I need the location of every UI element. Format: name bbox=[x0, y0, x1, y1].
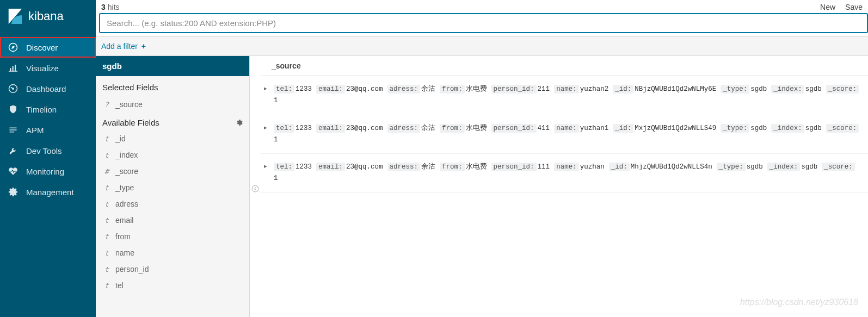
nav-item-label: Dev Tools bbox=[26, 146, 62, 156]
gear-icon[interactable] bbox=[236, 119, 243, 126]
kv-value: sgdb bbox=[805, 85, 822, 93]
kv-key: person_id: bbox=[491, 163, 537, 171]
field-item[interactable]: tperson_id bbox=[96, 261, 249, 277]
field-name: tel bbox=[115, 281, 124, 290]
kv-value: 1233 bbox=[296, 125, 312, 132]
kv-key: _index: bbox=[771, 85, 804, 94]
field-type-icon: t bbox=[102, 135, 111, 143]
add-filter-button[interactable]: Add a filter + bbox=[101, 42, 146, 51]
kv-value: sgdb bbox=[750, 85, 767, 93]
nav-item-dashboard[interactable]: Dashboard bbox=[0, 78, 96, 99]
field-item[interactable]: ttel bbox=[96, 277, 249, 294]
field-item[interactable]: ?_source bbox=[96, 96, 249, 113]
field-item[interactable]: tadress bbox=[96, 196, 249, 212]
kv-key: _id: bbox=[613, 85, 633, 94]
expand-doc-button[interactable]: ▸ bbox=[264, 123, 274, 131]
kv-value: sgdb bbox=[750, 125, 767, 132]
field-name: _score bbox=[115, 167, 138, 176]
kv-key: _score: bbox=[826, 124, 859, 133]
kv-value: 23@qq.com bbox=[346, 163, 383, 171]
field-name: _index bbox=[115, 151, 138, 159]
kv-key: _index: bbox=[767, 163, 801, 171]
field-item[interactable]: temail bbox=[96, 212, 249, 228]
kv-value: MxjzQWUBd1Qd2wNLLS49 bbox=[635, 125, 716, 132]
nav-item-monitoring[interactable]: Monitoring bbox=[0, 161, 96, 182]
heartbeat-icon bbox=[8, 166, 19, 177]
nav-item-label: Management bbox=[26, 188, 74, 197]
doc-source: tel:1233email:23@qq.comadress:余沽from:水电费… bbox=[274, 84, 863, 107]
logo[interactable]: kibana bbox=[0, 0, 96, 37]
selected-fields-title: Selected Fields bbox=[96, 76, 249, 96]
nav-item-discover[interactable]: Discover bbox=[0, 37, 96, 58]
nav-item-label: Dashboard bbox=[26, 84, 66, 94]
kv-value: 余沽 bbox=[421, 125, 435, 132]
expand-doc-button[interactable]: ▸ bbox=[264, 84, 274, 92]
index-pattern-header[interactable]: sgdb bbox=[96, 56, 249, 76]
collapse-panel-button[interactable] bbox=[250, 56, 261, 317]
nav-item-label: Monitoring bbox=[26, 167, 64, 176]
brand-text: kibana bbox=[28, 9, 64, 23]
docs-list: ▸tel:1233email:23@qq.comadress:余沽from:水电… bbox=[261, 76, 868, 193]
svg-point-12 bbox=[252, 185, 258, 192]
save-button[interactable]: Save bbox=[845, 3, 863, 11]
kv-value: sgdb bbox=[805, 125, 822, 132]
field-item[interactable]: tfrom bbox=[96, 228, 249, 245]
kv-value: 1233 bbox=[296, 85, 312, 93]
doc-row: ▸tel:1233email:23@qq.comadress:余沽from:水电… bbox=[261, 115, 868, 154]
hits-label: hits bbox=[108, 3, 120, 11]
field-item[interactable]: t_id bbox=[96, 130, 249, 147]
field-item[interactable]: t_index bbox=[96, 147, 249, 163]
gauge-icon bbox=[8, 83, 19, 94]
kv-value: 余沽 bbox=[421, 163, 435, 171]
nav-item-apm[interactable]: APM bbox=[0, 120, 96, 140]
kv-key: email: bbox=[316, 124, 345, 133]
field-type-icon: t bbox=[102, 151, 111, 159]
new-button[interactable]: New bbox=[820, 3, 835, 11]
doc-source: tel:1233email:23@qq.comadress:余沽from:水电费… bbox=[274, 123, 863, 146]
sidebar: kibana DiscoverVisualizeDashboardTimelio… bbox=[0, 0, 96, 317]
svg-rect-4 bbox=[15, 65, 16, 71]
list-icon bbox=[8, 125, 19, 135]
kv-value: 111 bbox=[538, 163, 550, 171]
nav: DiscoverVisualizeDashboardTimelionAPMDev… bbox=[0, 37, 96, 202]
field-type-icon: t bbox=[102, 249, 111, 257]
field-type-icon: t bbox=[102, 265, 111, 274]
doc-source: tel:1233email:23@qq.comadress:余沽from:水电费… bbox=[274, 161, 863, 185]
kv-key: tel: bbox=[274, 163, 294, 171]
kv-value: yuzhan2 bbox=[580, 85, 609, 93]
field-name: _id bbox=[115, 134, 126, 143]
kv-key: adress: bbox=[387, 124, 421, 133]
kv-value: 23@qq.com bbox=[346, 125, 383, 132]
svg-marker-1 bbox=[11, 46, 15, 49]
kv-value: 余沽 bbox=[421, 85, 435, 93]
nav-item-management[interactable]: Management bbox=[0, 182, 96, 202]
fields-panel: sgdb Selected Fields ?_source Available … bbox=[96, 56, 250, 317]
kv-value: sgdb bbox=[801, 163, 817, 171]
content: sgdb Selected Fields ?_source Available … bbox=[96, 56, 868, 317]
kv-key: _type: bbox=[717, 163, 746, 171]
field-item[interactable]: t_type bbox=[96, 179, 249, 196]
available-fields-header: Available Fields bbox=[96, 113, 249, 130]
field-name: email bbox=[115, 216, 133, 225]
svg-point-7 bbox=[13, 88, 14, 89]
results-header[interactable]: _source bbox=[261, 56, 868, 76]
field-type-icon: ? bbox=[102, 101, 111, 109]
field-type-icon: t bbox=[102, 200, 111, 208]
nav-item-devtools[interactable]: Dev Tools bbox=[0, 140, 96, 161]
kv-key: from: bbox=[440, 85, 465, 94]
hits-count: 3 bbox=[101, 3, 106, 11]
kv-key: tel: bbox=[274, 124, 294, 133]
svg-rect-3 bbox=[13, 66, 14, 71]
nav-item-timelion[interactable]: Timelion bbox=[0, 99, 96, 120]
kv-value: 1 bbox=[274, 175, 278, 182]
kv-key: adress: bbox=[387, 163, 421, 171]
kv-key: email: bbox=[316, 85, 345, 94]
expand-doc-button[interactable]: ▸ bbox=[264, 161, 274, 170]
search-row bbox=[96, 13, 868, 36]
field-item[interactable]: #_score bbox=[96, 163, 249, 179]
nav-item-visualize[interactable]: Visualize bbox=[0, 58, 96, 78]
search-input[interactable] bbox=[99, 13, 868, 33]
plus-icon: + bbox=[141, 42, 146, 51]
kv-key: _type: bbox=[721, 85, 749, 94]
field-item[interactable]: tname bbox=[96, 245, 249, 261]
